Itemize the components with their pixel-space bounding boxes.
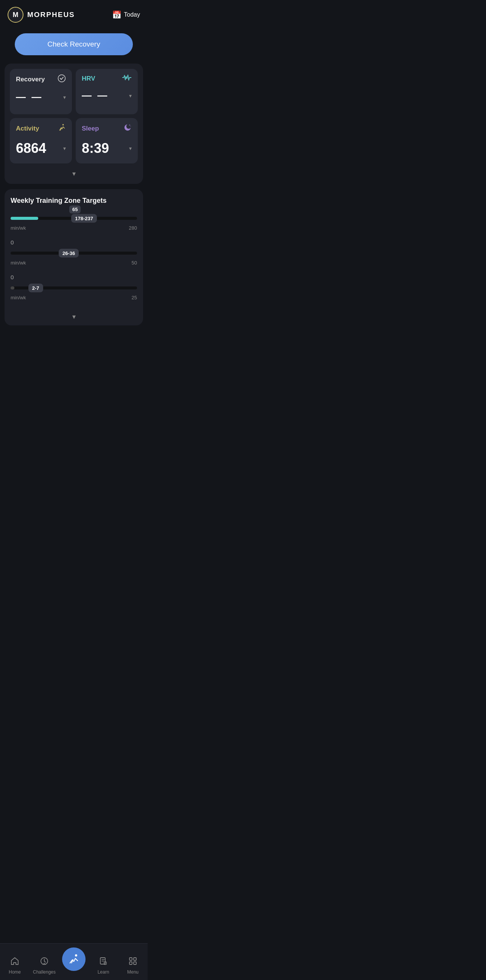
sleep-chevron: ▾ (129, 145, 132, 151)
brand-name: MORPHEUS (27, 11, 75, 19)
svg-rect-11 (134, 962, 136, 964)
zone1-max: 280 (129, 225, 137, 231)
sleep-icon (123, 123, 132, 134)
svg-point-3 (130, 126, 131, 126)
sleep-value-row: 8:39 ▾ (82, 140, 132, 156)
logo-area: M MORPHEUS (8, 7, 75, 23)
recovery-card-header: Recovery (16, 74, 66, 84)
nav-home[interactable]: Home (0, 956, 30, 975)
training-expand-chevron[interactable]: ▾ (11, 309, 137, 322)
menu-icon (128, 956, 137, 968)
recovery-value: — — (16, 91, 43, 103)
nav-challenges-label: Challenges (33, 969, 56, 975)
activity-value-row: 6864 ▾ (16, 140, 66, 156)
svg-point-0 (58, 75, 65, 82)
sleep-value: 8:39 (82, 140, 109, 156)
nav-home-label: Home (9, 969, 21, 975)
zone3-target: 2-7 (29, 284, 43, 293)
nav-menu-label: Menu (127, 969, 139, 975)
zone-bar-2: 26-36 (11, 248, 137, 258)
activity-label: Activity (16, 125, 39, 132)
sleep-card-header: Sleep (82, 123, 132, 134)
metric-cards-container: Recovery — — ▾ HRV (5, 64, 143, 184)
zone-bar-3: 2-7 (11, 283, 137, 293)
activity-card[interactable]: Activity 6864 ▾ (10, 118, 72, 164)
svg-point-5 (75, 954, 77, 956)
svg-rect-8 (129, 958, 132, 960)
zone3-unit: min/wk (11, 295, 26, 301)
zone1-current-badge: 65 (69, 205, 81, 213)
zone1-unit: min/wk (11, 225, 26, 231)
activity-icon (57, 123, 66, 134)
today-button[interactable]: 📅 Today (112, 10, 140, 19)
check-recovery-button[interactable]: Check Recovery (15, 33, 133, 55)
hrv-chevron: ▾ (129, 93, 132, 99)
hrv-icon (122, 74, 132, 83)
cards-grid: Recovery — — ▾ HRV (10, 69, 138, 164)
cards-expand-chevron[interactable]: ▾ (10, 167, 138, 178)
svg-point-1 (62, 124, 64, 126)
svg-point-2 (129, 124, 130, 126)
nav-challenges[interactable]: Challenges (30, 956, 59, 975)
nav-activity-center[interactable] (59, 947, 89, 972)
zone3-current-value: 0 (11, 274, 137, 280)
sleep-label: Sleep (82, 125, 99, 132)
hrv-card-header: HRV (82, 74, 132, 83)
header: M MORPHEUS 📅 Today (0, 0, 148, 27)
zone1-target: 178-237 (71, 214, 97, 223)
learn-icon (99, 956, 108, 968)
training-title: Weekly Training Zone Targets (11, 197, 137, 205)
zone2-current-value: 0 (11, 239, 137, 245)
zone-row-3: 0 2-7 min/wk 25 (11, 274, 137, 301)
zone2-footer: min/wk 50 (11, 260, 137, 266)
activity-chevron: ▾ (63, 145, 66, 151)
zone2-unit: min/wk (11, 260, 26, 266)
sleep-card[interactable]: Sleep 8:39 ▾ (76, 118, 138, 164)
recovery-card[interactable]: Recovery — — ▾ (10, 69, 72, 114)
logo-icon: M (8, 7, 24, 23)
recovery-value-row: — — ▾ (16, 91, 66, 103)
zone3-fill (11, 286, 14, 290)
nav-activity-icon (62, 947, 86, 971)
hrv-card[interactable]: HRV — — ▾ (76, 69, 138, 114)
recovery-chevron: ▾ (63, 94, 66, 100)
zone2-target: 26-36 (59, 249, 79, 258)
hrv-label: HRV (82, 75, 96, 83)
challenges-icon (40, 956, 49, 968)
zone2-max: 50 (132, 260, 137, 266)
nav-learn[interactable]: Learn (89, 956, 118, 975)
zone1-fill (11, 217, 38, 220)
svg-rect-9 (134, 958, 136, 960)
hrv-value: — — (82, 90, 108, 102)
svg-rect-10 (129, 962, 132, 964)
nav-learn-label: Learn (98, 969, 109, 975)
zone-row-1: 65 178-237 min/wk 280 (11, 213, 137, 231)
home-icon (10, 956, 19, 968)
activity-value: 6864 (16, 140, 46, 156)
zone3-footer: min/wk 25 (11, 295, 137, 301)
hrv-value-row: — — ▾ (82, 90, 132, 102)
nav-menu[interactable]: Menu (118, 956, 148, 975)
calendar-icon: 📅 (112, 10, 121, 19)
bottom-nav: Home Challenges Le (0, 943, 148, 980)
activity-card-header: Activity (16, 123, 66, 134)
zone-row-2: 0 26-36 min/wk 50 (11, 239, 137, 266)
zone1-footer: min/wk 280 (11, 225, 137, 231)
training-container: Weekly Training Zone Targets 65 178-237 … (5, 189, 143, 325)
zone3-max: 25 (132, 295, 137, 301)
recovery-label: Recovery (16, 76, 45, 83)
zone-bar-1: 65 178-237 (11, 213, 137, 224)
recovery-icon (57, 74, 66, 84)
